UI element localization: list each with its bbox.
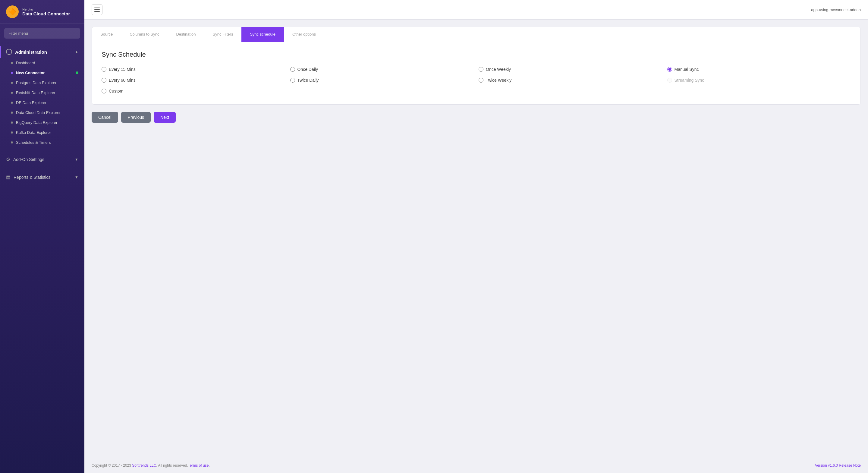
hamburger-line-1 xyxy=(94,7,100,8)
next-button[interactable]: Next xyxy=(154,112,176,123)
bigquery-dot xyxy=(11,121,13,124)
footer-period: . xyxy=(209,463,210,468)
radio-twice-weekly[interactable] xyxy=(478,78,484,83)
sidebar-section-administration: i Administration ▲ Dashboard New Connect… xyxy=(0,43,84,150)
radio-custom[interactable] xyxy=(101,89,106,93)
cancel-button[interactable]: Cancel xyxy=(92,112,118,123)
sidebar-addon-settings-header[interactable]: ⚙ Add-On Settings ▼ xyxy=(0,153,84,165)
main-area: app-using-mcconnect-addon Source Columns… xyxy=(84,0,868,473)
radio-once-daily[interactable] xyxy=(290,67,295,72)
main-content: Source Columns to Sync Destination Sync … xyxy=(84,20,868,458)
sidebar-reports-header[interactable]: ▤ Reports & Statistics ▼ xyxy=(0,171,84,183)
reports-icon: ▤ xyxy=(6,174,10,180)
footer-copyright: Copyright © 2017 - 2023 Softtrends LLC. … xyxy=(92,463,210,468)
datacloud-label: Data Cloud Data Explorer xyxy=(16,110,61,115)
sync-schedule-options: Every 15 Mins Once Daily Once Weekly Man… xyxy=(101,67,851,93)
option-custom: Custom xyxy=(101,89,285,93)
redshift-dot xyxy=(11,92,13,94)
logo-heroku-label: Heroku xyxy=(22,7,70,11)
label-manual-sync[interactable]: Manual Sync xyxy=(675,67,699,72)
sidebar-item-dashboard[interactable]: Dashboard xyxy=(0,58,84,68)
sidebar-item-datacloud[interactable]: Data Cloud Data Explorer xyxy=(0,108,84,118)
sidebar-filter-input[interactable] xyxy=(4,28,80,38)
sidebar-item-de[interactable]: DE Data Explorer xyxy=(0,98,84,108)
logo-app-title: Data Cloud Connector xyxy=(22,11,70,16)
reports-chevron: ▼ xyxy=(75,175,79,179)
release-note-link[interactable]: Release Note xyxy=(839,463,861,468)
previous-button[interactable]: Previous xyxy=(121,112,151,123)
radio-once-weekly[interactable] xyxy=(478,67,484,72)
datacloud-dot xyxy=(11,112,13,114)
kafka-label: Kafka Data Explorer xyxy=(16,130,51,135)
administration-chevron: ▲ xyxy=(75,50,79,54)
action-buttons: Cancel Previous Next xyxy=(92,112,861,123)
tab-other-options[interactable]: Other options xyxy=(284,27,324,42)
sidebar-section-reports: ▤ Reports & Statistics ▼ xyxy=(0,168,84,186)
label-streaming-sync: Streaming Sync xyxy=(675,78,704,83)
kafka-dot xyxy=(11,131,13,134)
dashboard-label: Dashboard xyxy=(16,61,35,65)
reports-label: Reports & Statistics xyxy=(13,175,50,180)
version-link[interactable]: Version v1.6.0 xyxy=(815,463,838,468)
de-dot xyxy=(11,101,13,104)
option-once-weekly: Once Weekly xyxy=(478,67,662,72)
radio-every-15-mins[interactable] xyxy=(101,67,106,72)
hamburger-line-3 xyxy=(94,11,100,12)
app-name-label: app-using-mcconnect-addon xyxy=(811,7,861,12)
topbar: app-using-mcconnect-addon xyxy=(84,0,868,20)
new-connector-dot xyxy=(11,72,13,74)
tab-columns-to-sync[interactable]: Columns to Sync xyxy=(121,27,167,42)
tab-sync-filters[interactable]: Sync Filters xyxy=(204,27,242,42)
label-twice-daily[interactable]: Twice Daily xyxy=(298,78,319,83)
copyright-text: Copyright © 2017 - 2023 xyxy=(92,463,132,468)
sidebar: 🔶 Heroku Data Cloud Connector i Administ… xyxy=(0,0,84,473)
radio-streaming-sync[interactable] xyxy=(667,78,672,83)
radio-twice-daily[interactable] xyxy=(290,78,295,83)
addon-settings-label: Add-On Settings xyxy=(13,157,44,162)
label-twice-weekly[interactable]: Twice Weekly xyxy=(486,78,512,83)
label-every-60-mins[interactable]: Every 60 Mins xyxy=(109,78,135,83)
label-every-15-mins[interactable]: Every 15 Mins xyxy=(109,67,135,72)
label-custom[interactable]: Custom xyxy=(109,89,123,93)
sidebar-item-schedules[interactable]: Schedules & Timers xyxy=(0,138,84,147)
administration-icon: i xyxy=(6,49,12,55)
schedules-dot xyxy=(11,141,13,144)
sidebar-item-kafka[interactable]: Kafka Data Explorer xyxy=(0,127,84,138)
rights-text: . All rights reserved. xyxy=(156,463,188,468)
tab-destination[interactable]: Destination xyxy=(167,27,204,42)
logo-icon: 🔶 xyxy=(6,5,19,18)
option-manual-sync: Manual Sync xyxy=(667,67,851,72)
label-once-weekly[interactable]: Once Weekly xyxy=(486,67,511,72)
sidebar-section-addon-settings: ⚙ Add-On Settings ▼ xyxy=(0,150,84,168)
footer: Copyright © 2017 - 2023 Softtrends LLC. … xyxy=(84,458,868,473)
redshift-label: Redshift Data Explorer xyxy=(16,90,56,95)
sidebar-item-new-connector[interactable]: New Connector xyxy=(0,68,84,78)
postgres-dot xyxy=(11,82,13,84)
option-twice-daily: Twice Daily xyxy=(290,78,474,83)
new-connector-indicator xyxy=(76,71,79,74)
sidebar-item-postgres[interactable]: Postgres Data Explorer xyxy=(0,78,84,88)
wizard-title: Sync Schedule xyxy=(101,51,851,58)
sidebar-logo: 🔶 Heroku Data Cloud Connector xyxy=(0,0,84,24)
addon-settings-chevron: ▼ xyxy=(75,157,79,161)
sidebar-item-redshift[interactable]: Redshift Data Explorer xyxy=(0,88,84,98)
wizard-card: Source Columns to Sync Destination Sync … xyxy=(92,27,861,105)
tab-sync-schedule[interactable]: Sync schedule xyxy=(241,27,284,42)
sidebar-item-bigquery[interactable]: BigQuery Data Explorer xyxy=(0,118,84,127)
new-connector-label: New Connector xyxy=(16,70,44,75)
radio-manual-sync[interactable] xyxy=(667,67,672,72)
label-once-daily[interactable]: Once Daily xyxy=(298,67,318,72)
option-every-60-mins: Every 60 Mins xyxy=(101,78,285,83)
company-link[interactable]: Softtrends LLC xyxy=(132,463,156,468)
hamburger-button[interactable] xyxy=(92,4,102,15)
terms-link[interactable]: Terms of use xyxy=(188,463,209,468)
hamburger-line-2 xyxy=(94,9,100,10)
postgres-label: Postgres Data Explorer xyxy=(16,81,56,85)
tab-source[interactable]: Source xyxy=(92,27,121,42)
radio-every-60-mins[interactable] xyxy=(101,78,106,83)
addon-settings-icon: ⚙ xyxy=(6,156,10,162)
sidebar-section-header-administration[interactable]: i Administration ▲ xyxy=(0,46,84,58)
option-twice-weekly: Twice Weekly xyxy=(478,78,662,83)
de-label: DE Data Explorer xyxy=(16,100,46,105)
option-every-15-mins: Every 15 Mins xyxy=(101,67,285,72)
